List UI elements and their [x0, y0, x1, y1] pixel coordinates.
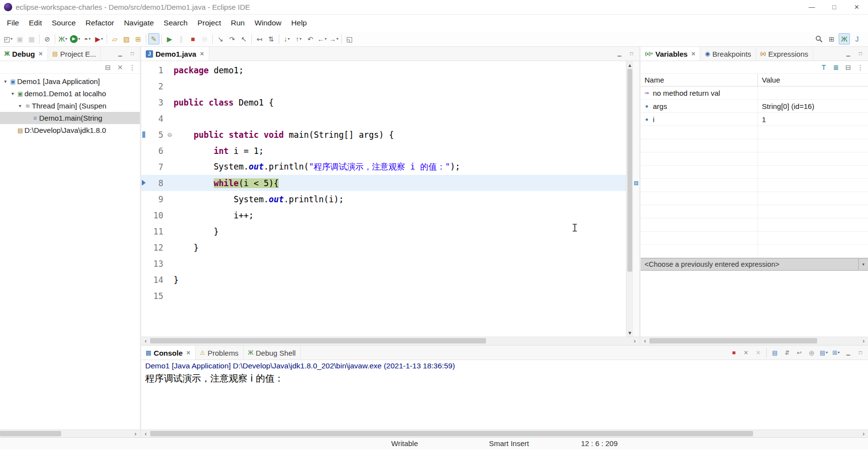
collapse-all-button[interactable]: ⊟	[102, 62, 113, 73]
variable-row[interactable]: ●i1	[641, 113, 868, 126]
dropdown-arrow-icon[interactable]: ▾	[89, 37, 90, 41]
tab-expressions[interactable]: (x)Expressions	[756, 47, 813, 61]
maximize-window-button[interactable]: □	[823, 0, 846, 14]
use-step-filters-button[interactable]: ⇅	[266, 33, 277, 44]
forward-button[interactable]: →▾	[328, 33, 339, 44]
pin-console-button[interactable]: ◎	[806, 347, 817, 359]
code-line-text[interactable]: }	[174, 275, 639, 285]
column-header-name[interactable]: Name	[641, 74, 758, 86]
terminate-button[interactable]: ■	[728, 347, 739, 359]
scrollbar-track[interactable]	[626, 69, 633, 329]
left-ruler[interactable]	[141, 175, 146, 191]
fold-column[interactable]: ⊖	[166, 131, 174, 138]
menu-item-file[interactable]: File	[2, 16, 24, 30]
chevron-down-icon[interactable]: ▾	[858, 258, 868, 270]
variable-empty-row[interactable]	[641, 179, 868, 192]
scroll-up-arrow-icon[interactable]: ▲	[627, 61, 632, 69]
close-icon[interactable]: ✕	[186, 350, 191, 356]
perspective-debug-button[interactable]: Ж	[839, 33, 850, 44]
view-menu-button[interactable]: ⋮	[855, 62, 866, 73]
code-line-text[interactable]: }	[174, 243, 639, 253]
chevron-down-icon[interactable]: ▾	[2, 79, 9, 84]
left-ruler[interactable]	[141, 207, 146, 223]
scrollbar-thumb[interactable]	[150, 431, 753, 436]
column-header-value[interactable]: Value	[758, 74, 868, 86]
variable-empty-row[interactable]	[641, 218, 868, 232]
line-number[interactable]: 12	[146, 243, 166, 253]
variable-row[interactable]: ⇒no method return val	[641, 86, 868, 100]
drop-to-frame-button[interactable]: ↤	[254, 33, 265, 44]
scroll-right-arrow-icon[interactable]: ›	[859, 430, 868, 437]
dropdown-arrow-icon[interactable]: ▾	[325, 37, 327, 41]
variables-panel-maximize-button[interactable]: □	[855, 48, 866, 60]
left-ruler[interactable]	[141, 272, 146, 288]
new-java-project-button[interactable]: ▱	[109, 33, 120, 44]
dropdown-arrow-icon[interactable]: ▾	[838, 351, 840, 355]
debug-panel-maximize-button[interactable]: □	[127, 48, 138, 60]
dropdown-arrow-icon[interactable]: ▾	[288, 37, 290, 41]
debug-tree-item[interactable]: ≡Demo1.main(String	[0, 112, 140, 124]
code-line[interactable]: 12 }	[141, 239, 639, 256]
left-ruler[interactable]	[141, 288, 146, 304]
line-number[interactable]: 14	[146, 275, 166, 285]
scrollbar-track[interactable]	[649, 337, 859, 344]
open-console-button[interactable]: ⊞▾	[830, 347, 842, 359]
code-line[interactable]: 11 }	[141, 223, 639, 239]
menu-item-source[interactable]: Source	[47, 16, 81, 30]
variables-detail-pane[interactable]	[641, 271, 868, 337]
variable-empty-row[interactable]	[641, 232, 868, 245]
line-number[interactable]: 1	[146, 65, 166, 75]
left-ruler[interactable]	[141, 110, 146, 127]
left-ruler[interactable]	[141, 239, 146, 256]
scroll-right-arrow-icon[interactable]: ›	[630, 338, 639, 344]
new-package-button[interactable]: ⊞	[133, 33, 144, 44]
current-line-marker[interactable]	[634, 181, 638, 185]
line-number[interactable]: 4	[146, 114, 166, 124]
line-number[interactable]: 2	[146, 82, 166, 91]
code-line[interactable]: 1package demo1;	[141, 62, 639, 78]
skip-all-breakpoints-button[interactable]: ⊘	[42, 33, 53, 44]
tab-demo1-java[interactable]: JDemo1.java✕	[141, 47, 209, 61]
dropdown-arrow-icon[interactable]: ▾	[65, 37, 67, 41]
menu-item-help[interactable]: Help	[287, 16, 312, 30]
remove-all-launches-button[interactable]: ✕	[753, 347, 764, 359]
variables-panel-minimize-button[interactable]: ▁	[843, 48, 854, 60]
scrollbar-thumb[interactable]	[150, 338, 486, 343]
overview-ruler[interactable]	[633, 61, 639, 337]
remove-all-terminated-button[interactable]: ✕	[114, 62, 126, 73]
show-logical-structures-button[interactable]: ≣	[830, 62, 842, 73]
code-line-text[interactable]: package demo1;	[174, 65, 639, 75]
code-line[interactable]: 14}	[141, 272, 639, 288]
dropdown-arrow-icon[interactable]: ▾	[101, 37, 103, 41]
scroll-right-arrow-icon[interactable]: ›	[131, 430, 140, 437]
menu-item-run[interactable]: Run	[226, 16, 249, 30]
collapse-all-button[interactable]: ⊟	[843, 62, 854, 73]
left-ruler[interactable]	[141, 94, 146, 110]
scrollbar-track[interactable]	[150, 430, 859, 437]
left-ruler[interactable]	[141, 256, 146, 272]
close-icon[interactable]: ✕	[39, 51, 43, 57]
run-external-tools-button[interactable]: ▶▾	[93, 33, 105, 44]
debug-tree-item[interactable]: ▤D:\Develop\Java\jdk1.8.0	[0, 124, 140, 136]
left-ruler[interactable]	[141, 62, 146, 78]
menu-item-refactor[interactable]: Refactor	[81, 16, 119, 30]
terminate-button[interactable]: ■	[187, 33, 199, 44]
editor-minimize-button[interactable]: ▁	[614, 48, 625, 60]
fold-collapse-icon[interactable]: ⊖	[167, 131, 172, 138]
left-ruler[interactable]	[141, 78, 146, 94]
console-output[interactable]: Demo1 [Java Application] D:\Develop\Java…	[141, 360, 868, 429]
variable-empty-row[interactable]	[641, 139, 868, 152]
line-number[interactable]: 9	[146, 194, 166, 204]
dropdown-arrow-icon[interactable]: ▾	[300, 37, 302, 41]
code-line-text[interactable]: System.out.println(i);	[174, 194, 639, 204]
remove-launch-button[interactable]: ✕	[740, 347, 752, 359]
line-number[interactable]: 6	[146, 146, 166, 156]
next-annotation-button[interactable]: ↓▾	[281, 33, 292, 44]
dropdown-arrow-icon[interactable]: ▾	[78, 37, 80, 41]
dropdown-arrow-icon[interactable]: ▾	[336, 37, 338, 41]
code-line-text[interactable]: while(i < 5){	[174, 178, 639, 188]
line-number[interactable]: 11	[146, 227, 166, 236]
code-line-text[interactable]: int i = 1;	[174, 146, 639, 156]
step-into-button[interactable]: ↘	[215, 33, 226, 44]
menu-item-edit[interactable]: Edit	[24, 16, 47, 30]
